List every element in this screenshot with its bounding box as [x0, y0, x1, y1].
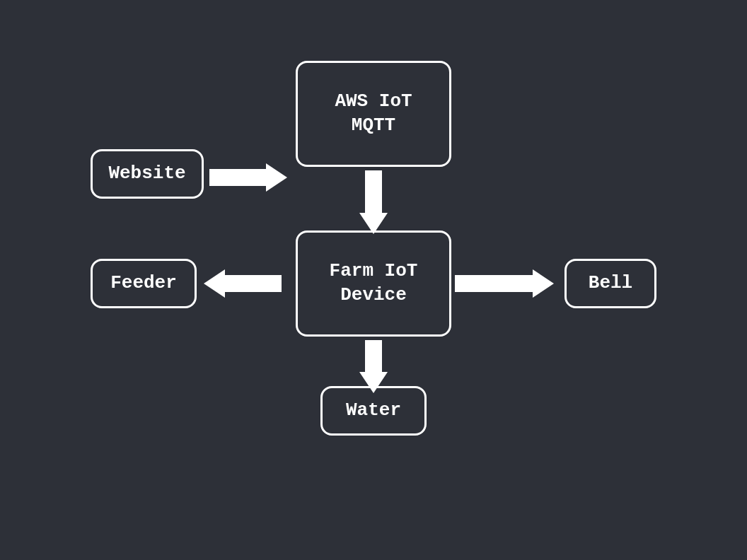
svg-marker-1	[359, 170, 388, 234]
node-feeder: Feeder	[91, 259, 197, 308]
node-water: Water	[320, 386, 427, 436]
aws-label: AWS IoT MQTT	[335, 90, 412, 138]
node-aws: AWS IoT MQTT	[296, 61, 451, 167]
node-farm: Farm IoT Device	[296, 231, 451, 337]
farm-label: Farm IoT Device	[330, 259, 418, 308]
arrow-farm-to-water	[359, 340, 388, 393]
svg-marker-2	[204, 269, 282, 298]
arrow-aws-to-farm	[359, 170, 388, 234]
svg-marker-0	[209, 163, 287, 192]
water-label: Water	[346, 399, 401, 423]
website-label: Website	[108, 162, 185, 186]
svg-marker-3	[455, 269, 554, 298]
arrow-website-to-aws	[209, 163, 287, 192]
feeder-label: Feeder	[110, 272, 177, 296]
node-bell: Bell	[564, 259, 656, 308]
arrow-farm-to-bell	[455, 269, 554, 298]
diagram: AWS IoT MQTT Farm IoT Device Website Fee…	[55, 40, 692, 520]
arrow-farm-to-feeder	[204, 269, 282, 298]
node-website: Website	[91, 149, 204, 199]
bell-label: Bell	[589, 272, 632, 296]
svg-marker-4	[359, 340, 388, 393]
